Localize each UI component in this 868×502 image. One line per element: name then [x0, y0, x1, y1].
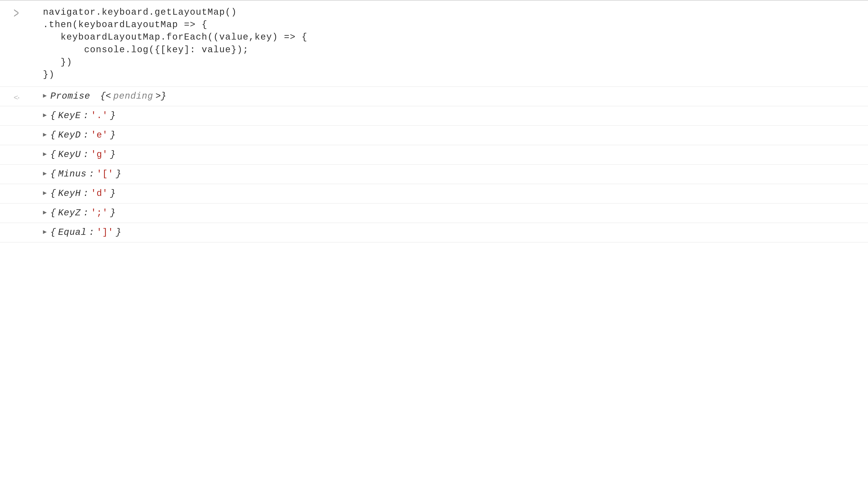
brace-close: }: [116, 228, 121, 237]
log-content: ▶{Equal: ']'}: [43, 227, 868, 238]
log-gutter: [0, 208, 43, 209]
colon: :: [83, 111, 89, 120]
console-log-row[interactable]: ▶{KeyU: 'g'}: [0, 145, 868, 165]
log-object[interactable]: ▶{KeyD: 'e'}: [43, 130, 861, 141]
log-value: 'd': [91, 189, 108, 198]
expand-triangle-icon[interactable]: ▶: [43, 93, 47, 99]
log-key: KeyZ: [58, 209, 81, 218]
log-value: 'e': [91, 131, 108, 140]
brace-close: }: [110, 150, 115, 159]
log-key: KeyU: [58, 150, 81, 159]
log-content: ▶{KeyH: 'd'}: [43, 188, 868, 199]
log-gutter: [0, 110, 43, 112]
console-log-list: ▶{KeyE: '.'}▶{KeyD: 'e'}▶{KeyU: 'g'}▶{Mi…: [0, 106, 868, 242]
pending-state: pending: [113, 92, 153, 101]
log-content: ▶{KeyD: 'e'}: [43, 130, 868, 141]
brace-close: }: [110, 189, 115, 198]
expand-triangle-icon[interactable]: ▶: [43, 171, 47, 177]
promise-label: Promise: [50, 92, 90, 101]
brace-open: {: [50, 209, 56, 218]
brace-open: {: [50, 111, 56, 120]
log-content: ▶{KeyE: '.'}: [43, 110, 868, 121]
log-object[interactable]: ▶{Equal: ']'}: [43, 227, 861, 238]
console-return-row[interactable]: <· ▶ Promise {<pending>}: [0, 87, 868, 106]
log-gutter: [0, 130, 43, 131]
log-object[interactable]: ▶{KeyH: 'd'}: [43, 188, 861, 199]
input-code[interactable]: navigator.keyboard.getLayoutMap() .then(…: [43, 6, 861, 81]
log-key: KeyD: [58, 131, 81, 140]
log-value: ']': [96, 228, 114, 237]
brace-open: {: [50, 131, 56, 140]
log-content: ▶{Minus: '['}: [43, 169, 868, 180]
console-log-row[interactable]: ▶{KeyZ: ';'}: [0, 204, 868, 223]
log-content: ▶{KeyZ: ';'}: [43, 208, 868, 219]
log-object[interactable]: ▶{KeyZ: ';'}: [43, 208, 861, 219]
input-prompt-icon: >: [0, 6, 43, 18]
log-value: ';': [91, 209, 108, 218]
log-value: 'g': [91, 150, 108, 159]
promise-object[interactable]: ▶ Promise {<pending>}: [43, 91, 861, 102]
console-log-row[interactable]: ▶{KeyH: 'd'}: [0, 184, 868, 204]
brace-open: {: [50, 150, 56, 159]
log-key: KeyH: [58, 189, 81, 198]
colon: :: [89, 170, 94, 179]
log-gutter: [0, 227, 43, 229]
brace-open: {<: [100, 92, 111, 101]
console-input-content: navigator.keyboard.getLayoutMap() .then(…: [43, 6, 868, 81]
expand-triangle-icon[interactable]: ▶: [43, 151, 47, 158]
log-key: Minus: [58, 170, 86, 179]
brace-close: }: [110, 111, 115, 120]
brace-close: }: [110, 131, 115, 140]
log-value: '.': [91, 111, 108, 120]
brace-open: {: [50, 189, 56, 198]
console-log-row[interactable]: ▶{KeyD: 'e'}: [0, 126, 868, 145]
log-key: Equal: [58, 228, 86, 237]
log-object[interactable]: ▶{Minus: '['}: [43, 169, 861, 180]
log-content: ▶{KeyU: 'g'}: [43, 149, 868, 160]
brace-open: {: [50, 170, 56, 179]
expand-triangle-icon[interactable]: ▶: [43, 210, 47, 216]
log-gutter: [0, 149, 43, 151]
expand-triangle-icon[interactable]: ▶: [43, 190, 47, 197]
colon: :: [83, 189, 89, 198]
log-object[interactable]: ▶{KeyU: 'g'}: [43, 149, 861, 160]
colon: :: [89, 228, 94, 237]
expand-triangle-icon[interactable]: ▶: [43, 229, 47, 235]
brace-open: {: [50, 228, 56, 237]
devtools-console: > navigator.keyboard.getLayoutMap() .the…: [0, 0, 868, 242]
console-return-content: ▶ Promise {<pending>}: [43, 91, 868, 102]
colon: :: [83, 150, 89, 159]
console-log-row[interactable]: ▶{Equal: ']'}: [0, 223, 868, 242]
log-gutter: [0, 188, 43, 190]
colon: :: [83, 209, 89, 218]
log-value: '[': [96, 170, 114, 179]
console-log-row[interactable]: ▶{Minus: '['}: [0, 165, 868, 184]
brace-close: }: [110, 209, 115, 218]
log-object[interactable]: ▶{KeyE: '.'}: [43, 110, 861, 121]
expand-triangle-icon[interactable]: ▶: [43, 132, 47, 138]
console-input-row[interactable]: > navigator.keyboard.getLayoutMap() .the…: [0, 1, 868, 87]
return-marker-icon: <·: [0, 91, 43, 101]
brace-close: >}: [156, 92, 166, 101]
colon: :: [83, 131, 89, 140]
log-gutter: [0, 169, 43, 170]
console-log-row[interactable]: ▶{KeyE: '.'}: [0, 106, 868, 126]
expand-triangle-icon[interactable]: ▶: [43, 112, 47, 119]
log-key: KeyE: [58, 111, 81, 120]
brace-close: }: [116, 170, 121, 179]
